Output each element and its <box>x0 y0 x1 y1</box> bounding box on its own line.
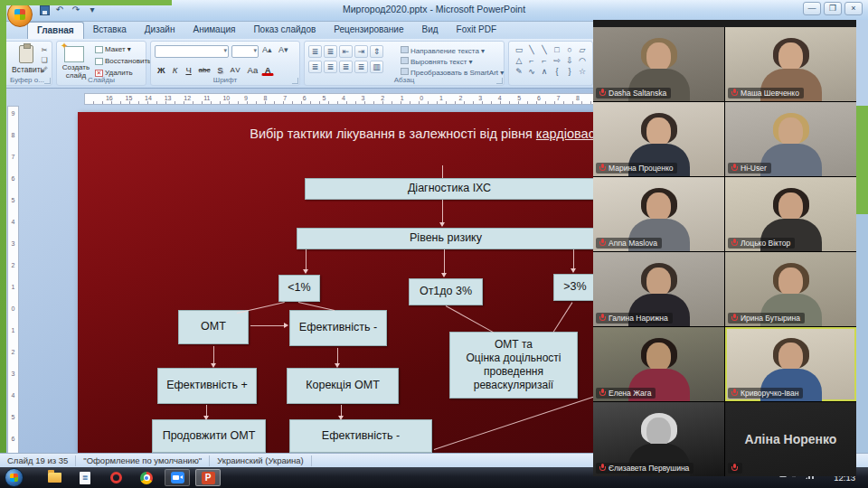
powerpoint-icon[interactable]: P <box>195 469 221 486</box>
layout-button[interactable]: Макет ▾ <box>95 45 147 56</box>
participant-tile[interactable]: Елена Жага Елена Жага <box>593 327 724 401</box>
elbow-connector-icon[interactable]: ⌐ <box>525 55 538 66</box>
strikethrough-button[interactable]: abc <box>196 62 213 76</box>
arrow-line-shape-icon[interactable]: ╲ <box>538 44 551 55</box>
italic-button[interactable]: К <box>169 62 182 76</box>
close-button[interactable]: × <box>844 2 863 15</box>
undo-icon[interactable]: ↶ <box>53 4 66 16</box>
indent-increase-icon[interactable]: ⇥ <box>354 45 368 58</box>
save-icon[interactable] <box>40 5 50 15</box>
underline-button[interactable]: Ч <box>183 62 195 76</box>
scribble-shape-icon[interactable]: ✎ <box>513 66 525 77</box>
tab-рецензирование[interactable]: Рецензирование <box>325 22 412 39</box>
flow-node-revascularization[interactable]: ОМТ та Оцінка доцільності проведення рев… <box>449 332 578 399</box>
flow-node-gt3[interactable]: >3% <box>553 274 597 301</box>
align-left-icon[interactable]: ≣ <box>308 61 322 73</box>
flow-node-diagnosis[interactable]: Діагностика ІХС <box>305 178 594 200</box>
tab-foxit-pdf[interactable]: Foxit PDF <box>448 22 505 39</box>
align-right-icon[interactable]: ≣ <box>339 61 353 73</box>
tab-показ-слайдов[interactable]: Показ слайдов <box>244 22 325 39</box>
redo-icon[interactable]: ↷ <box>70 4 82 16</box>
participant-tile[interactable]: Лоцько Віктор Лоцько Віктор <box>725 177 856 251</box>
font-size-select[interactable] <box>231 45 259 58</box>
cut-icon[interactable]: ✂ <box>39 45 50 55</box>
explorer-icon[interactable] <box>42 469 67 486</box>
tab-дизайн[interactable]: Дизайн <box>136 22 184 39</box>
start-button[interactable] <box>5 468 24 487</box>
picture-shape-icon[interactable]: ▭ <box>513 44 525 55</box>
shadow-button[interactable]: S <box>214 62 227 76</box>
font-dialog-launcher[interactable] <box>292 78 298 84</box>
minimize-button[interactable]: — <box>803 2 821 15</box>
bullets-icon[interactable]: ≣ <box>308 45 322 58</box>
conference-panel-header[interactable] <box>593 20 856 27</box>
participant-tile[interactable]: Маша Шевченко Маша Шевченко <box>725 27 856 101</box>
restore-button[interactable]: ❐ <box>824 2 842 15</box>
star-shape-icon[interactable]: ☆ <box>576 66 589 77</box>
opera-icon[interactable] <box>103 469 128 486</box>
participant-tile[interactable]: Марина Проценко Марина Проценко <box>593 102 724 176</box>
parallelogram-shape-icon[interactable]: ▱ <box>576 44 589 55</box>
participant-tile[interactable]: Ирина Бутырина Ирина Бутырина <box>725 252 856 326</box>
tab-анимация[interactable]: Анимация <box>184 22 244 39</box>
char-spacing-button[interactable]: AV <box>228 62 244 76</box>
participant-tile[interactable]: Єлизавета Первушина Єлизавета Первушина <box>593 402 724 476</box>
clipboard-dialog-launcher[interactable] <box>44 78 51 84</box>
numbering-icon[interactable]: ≣ <box>324 45 337 58</box>
flow-node-continue-omt[interactable]: Продовжити ОМТ <box>152 419 266 453</box>
flow-node-eff-plus[interactable]: Ефективність + <box>157 368 257 404</box>
new-slide-icon[interactable] <box>64 46 84 62</box>
grow-font-icon[interactable]: A▴ <box>262 45 272 54</box>
zoom-app-icon[interactable] <box>165 469 190 486</box>
angle-shape-icon[interactable]: ∧ <box>538 66 551 77</box>
justify-icon[interactable]: ≣ <box>354 61 368 73</box>
flow-node-eff-minus[interactable]: Ефективність - <box>289 310 387 346</box>
format-painter-icon[interactable]: 🖉 <box>39 65 50 75</box>
brace-left-shape-icon[interactable]: { <box>551 66 563 77</box>
participant-tile[interactable]: Криворучко-Іван Криворучко-Іван <box>725 327 856 401</box>
flow-node-1to3[interactable]: От1до 3% <box>409 278 483 305</box>
block-arrow-down-icon[interactable]: ⇩ <box>563 55 576 66</box>
participant-tile[interactable]: Галина Нарижна Галина Нарижна <box>593 252 724 326</box>
tab-вставка[interactable]: Вставка <box>84 22 136 39</box>
tab-главная[interactable]: Главная <box>27 22 84 39</box>
line-shape-icon[interactable]: ╲ <box>525 44 538 55</box>
brace-right-shape-icon[interactable]: } <box>563 66 576 77</box>
language-indicator[interactable]: Украинский (Украина) <box>210 455 312 466</box>
change-case-button[interactable]: Aa <box>245 62 261 76</box>
participant-tile[interactable]: Anna Maslova Anna Maslova <box>593 177 724 251</box>
shrink-font-icon[interactable]: A▾ <box>278 45 288 54</box>
curve-shape-icon[interactable]: ∿ <box>525 66 538 77</box>
elbow-arrow-connector-icon[interactable]: ⌐ <box>538 55 551 66</box>
columns-icon[interactable]: ▥ <box>370 61 383 73</box>
flow-node-eff-minus2[interactable]: Ефективність - <box>289 419 432 453</box>
document-app-icon[interactable]: ≣ <box>72 469 98 486</box>
font-name-select[interactable] <box>155 45 229 58</box>
triangle-shape-icon[interactable]: △ <box>513 55 525 66</box>
copy-icon[interactable]: ❏ <box>39 55 50 65</box>
block-arrow-right-icon[interactable]: ⇨ <box>551 55 563 66</box>
participant-tile[interactable]: Dasha Saltanska Dasha Saltanska <box>593 27 724 101</box>
text-direction-button[interactable]: Направление текста ▾ <box>401 46 485 55</box>
rectangle-shape-icon[interactable]: □ <box>551 44 563 55</box>
arc-shape-icon[interactable]: ◠ <box>576 55 589 66</box>
flow-node-omt[interactable]: ОМТ <box>178 310 249 344</box>
paragraph-dialog-launcher[interactable] <box>496 78 503 84</box>
flow-node-correction[interactable]: Корекція ОМТ <box>287 368 399 404</box>
indent-decrease-icon[interactable]: ⇤ <box>339 45 353 58</box>
qat-dropdown-icon[interactable]: ▾ <box>86 4 99 16</box>
chrome-icon[interactable] <box>134 469 159 486</box>
participant-tile[interactable]: Hi-User Hi-User <box>725 102 856 176</box>
reset-button[interactable]: Восстановить <box>95 57 147 68</box>
bold-button[interactable]: Ж <box>155 62 168 76</box>
font-color-button[interactable]: A <box>261 62 274 76</box>
tab-вид[interactable]: Вид <box>413 22 448 39</box>
align-text-button[interactable]: Выровнять текст ▾ <box>401 57 473 66</box>
align-center-icon[interactable]: ≣ <box>324 61 337 73</box>
flow-node-risk-level[interactable]: Рівень ризику <box>297 228 595 249</box>
ellipse-shape-icon[interactable]: ○ <box>563 44 576 55</box>
office-button[interactable] <box>7 2 33 27</box>
flow-node-lt1[interactable]: <1% <box>278 275 320 302</box>
line-spacing-icon[interactable]: ⇕ <box>370 45 383 58</box>
participant-tile[interactable]: Аліна Норенко Аліна Норенко <box>725 402 856 476</box>
